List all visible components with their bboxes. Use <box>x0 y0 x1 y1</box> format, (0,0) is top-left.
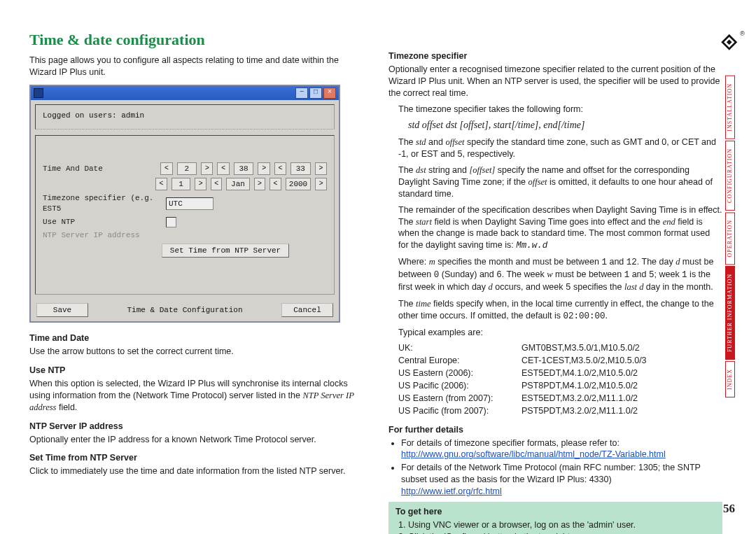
hour-dec-button[interactable]: < <box>160 162 172 175</box>
window-close-icon[interactable]: × <box>323 87 336 99</box>
further-details-heading: For further details <box>388 424 722 436</box>
ntp-ip-desc: Optionally enter the IP address for a kn… <box>29 434 363 446</box>
day-dec-button[interactable]: < <box>155 178 167 190</box>
dialog-title: Time & Date Configuration <box>127 305 242 316</box>
time-date-heading: Time and Date <box>29 332 363 344</box>
page-title: Time & date configuration <box>29 29 363 50</box>
set-time-desc: Click to immediately use the time and da… <box>29 465 363 477</box>
month-dec-button[interactable]: < <box>211 178 223 190</box>
config-screenshot: − □ × Logged on users: admin Time And Da… <box>29 85 340 323</box>
tz-examples-table: UK:GMT0BST,M3.5.0/1,M10.5.0/2 Central Eu… <box>398 342 722 416</box>
cancel-button[interactable]: Cancel <box>281 303 333 317</box>
month-inc-button[interactable]: > <box>254 178 266 190</box>
year-value: 2000 <box>286 178 312 190</box>
to-get-here-box: To get here Using VNC viewer or a browse… <box>388 502 722 534</box>
use-ntp-desc: When this option is selected, the Wizard… <box>29 378 363 414</box>
side-nav-tabs: INSTALLATION CONFIGURATION OPERATION FUR… <box>725 76 735 398</box>
page-number: 56 <box>723 501 735 517</box>
hour-value: 2 <box>177 162 197 175</box>
window-maximize-icon[interactable]: □ <box>309 87 322 99</box>
set-time-heading: Set Time from NTP Server <box>29 452 363 464</box>
ntp-server-ip-label: NTP Server IP address <box>43 230 162 241</box>
brand-logo-icon <box>713 34 738 59</box>
tab-configuration[interactable]: CONFIGURATION <box>725 141 735 211</box>
tab-installation[interactable]: INSTALLATION <box>725 76 735 139</box>
tab-further-information[interactable]: FURTHER INFORMATION <box>725 266 735 360</box>
timezone-specifier-label: Timezone specifier (e.g. EST5 <box>43 193 162 214</box>
timezone-heading: Timezone specifier <box>388 50 722 62</box>
window-minimize-icon[interactable]: − <box>295 87 308 99</box>
hour-inc-button[interactable]: > <box>201 162 213 175</box>
day-value: 1 <box>172 178 191 190</box>
year-dec-button[interactable]: < <box>270 178 281 190</box>
time-and-date-label: Time And Date <box>43 164 156 174</box>
tab-operation[interactable]: OPERATION <box>725 212 735 265</box>
month-value: Jan <box>226 178 249 190</box>
year-inc-button[interactable]: > <box>315 178 327 190</box>
min-value: 38 <box>234 162 254 175</box>
intro-text: This page allows you to configure all as… <box>29 55 363 78</box>
time-date-desc: Use the arrow buttons to set the correct… <box>29 346 363 358</box>
use-ntp-checkbox[interactable] <box>166 217 176 227</box>
tz-variable-link[interactable]: http://www.gnu.org/software/libc/manual/… <box>401 449 666 459</box>
set-time-from-ntp-button[interactable]: Set Time from NTP Server <box>162 244 289 258</box>
use-ntp-heading: Use NTP <box>29 365 363 377</box>
tz-format-expression: std offset dst [offset], start[/time], e… <box>408 119 722 132</box>
use-ntp-label: Use NTP <box>43 217 162 227</box>
window-app-icon <box>34 88 43 98</box>
save-button[interactable]: Save <box>36 303 88 317</box>
ietf-rfc-link[interactable]: http://www.ietf.org/rfc.html <box>401 486 502 496</box>
tab-index[interactable]: INDEX <box>725 361 735 398</box>
sec-inc-button[interactable]: > <box>315 162 327 175</box>
registered-mark: ® <box>740 29 745 38</box>
sec-value: 33 <box>290 162 311 175</box>
min-dec-button[interactable]: < <box>217 162 229 175</box>
min-inc-button[interactable]: > <box>258 162 270 175</box>
timezone-input[interactable]: UTC <box>166 197 214 210</box>
day-inc-button[interactable]: > <box>195 178 206 190</box>
sec-dec-button[interactable]: < <box>274 162 286 175</box>
logged-on-users: Logged on users: admin <box>35 104 335 129</box>
ntp-ip-heading: NTP Server IP address <box>29 421 363 433</box>
